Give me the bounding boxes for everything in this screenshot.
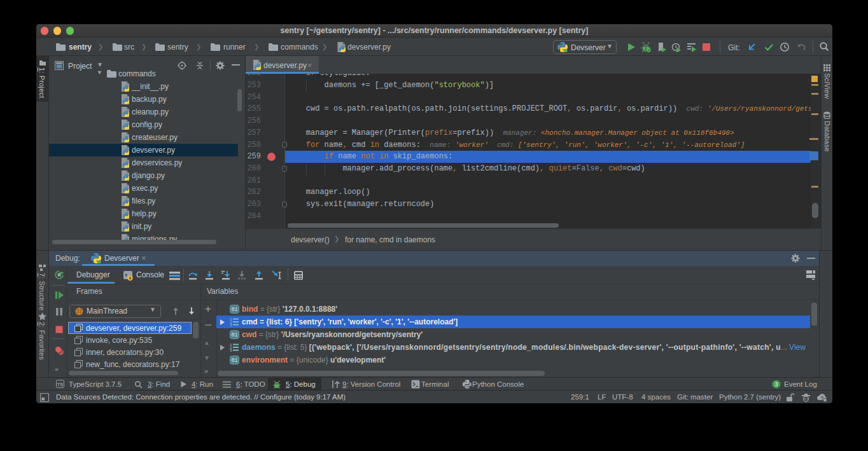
svg-text:3: 3 <box>774 381 778 387</box>
svg-text:3: 3 <box>230 349 232 352</box>
svg-text:TS: TS <box>57 382 64 387</box>
svg-text:01: 01 <box>231 357 237 364</box>
svg-text:3: 3 <box>230 323 232 326</box>
svg-text:01: 01 <box>231 307 237 313</box>
svg-text:01: 01 <box>231 332 237 338</box>
